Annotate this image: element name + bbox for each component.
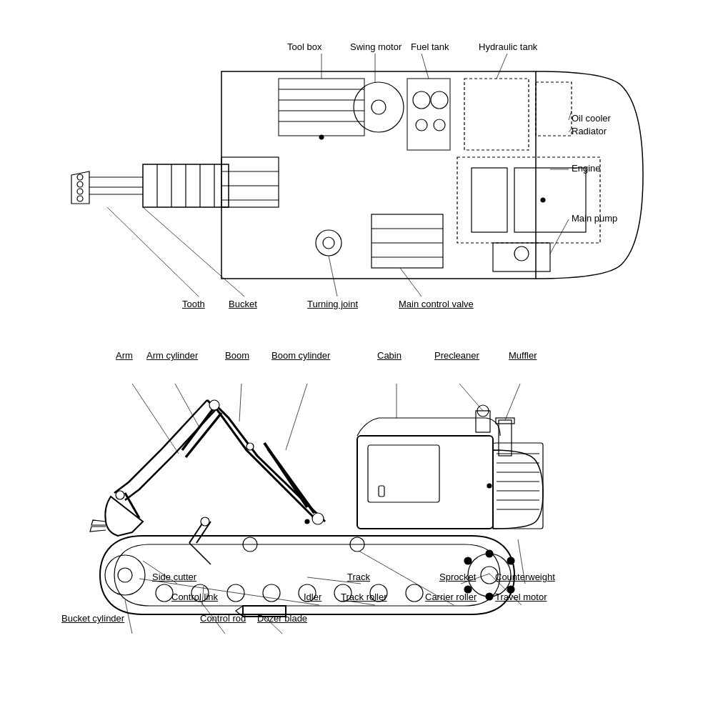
svg-point-9: [431, 91, 448, 109]
label-engine: Engine: [572, 163, 600, 174]
label-side-cutter: Side cutter: [152, 572, 196, 582]
svg-line-107: [239, 384, 241, 422]
label-tooth: Tooth: [182, 299, 205, 309]
svg-point-18: [514, 246, 529, 261]
label-main-pump: Main pump: [572, 213, 617, 224]
svg-point-63: [406, 584, 423, 602]
svg-point-64: [105, 555, 145, 595]
label-swing-motor: Swing motor: [350, 41, 402, 52]
svg-point-31: [77, 196, 83, 201]
svg-point-56: [156, 584, 173, 602]
svg-rect-0: [279, 79, 364, 136]
svg-line-98: [189, 543, 211, 564]
svg-point-71: [486, 593, 493, 600]
svg-rect-7: [407, 79, 450, 150]
label-sprocket: Sprocket: [439, 572, 476, 582]
label-fuel-tank: Fuel tank: [411, 41, 449, 52]
svg-rect-12: [464, 79, 529, 150]
label-boom: Boom: [225, 350, 249, 361]
svg-line-114: [125, 600, 132, 634]
svg-line-108: [286, 384, 307, 450]
svg-rect-15: [472, 168, 507, 232]
svg-rect-13: [536, 82, 572, 136]
svg-point-28: [77, 174, 83, 180]
svg-line-95: [125, 493, 139, 518]
svg-point-68: [486, 550, 493, 557]
label-control-link: Control link: [171, 592, 218, 602]
label-dozer-blade: Dozer blade: [257, 613, 307, 624]
svg-line-92: [268, 449, 314, 513]
svg-line-105: [132, 384, 179, 454]
label-precleaner: Precleaner: [434, 350, 479, 361]
svg-point-36: [316, 230, 341, 256]
label-arm: Arm: [116, 350, 133, 361]
label-track-roller: Track roller: [341, 592, 387, 602]
label-control-rod: Control rod: [200, 613, 246, 624]
svg-point-10: [416, 119, 427, 131]
svg-rect-78: [379, 486, 384, 497]
svg-point-100: [312, 513, 324, 524]
label-bucket-cylinder: Bucket cylinder: [61, 613, 124, 624]
label-oil-cooler: Oil cooler: [572, 113, 611, 124]
svg-point-30: [77, 189, 83, 194]
svg-point-11: [434, 119, 445, 131]
svg-point-65: [118, 568, 132, 582]
svg-point-8: [413, 91, 430, 109]
label-arm-cylinder: Arm cylinder: [146, 350, 198, 361]
svg-point-29: [77, 181, 83, 187]
svg-point-73: [464, 557, 472, 564]
svg-point-55: [541, 198, 545, 202]
label-tool-box: Tool box: [287, 41, 321, 52]
label-cabin: Cabin: [377, 350, 402, 361]
svg-line-44: [422, 54, 429, 79]
label-muffler: Muffler: [509, 350, 537, 361]
svg-point-69: [507, 557, 514, 564]
svg-line-53: [400, 268, 422, 296]
svg-line-45: [497, 54, 507, 79]
svg-line-52: [329, 256, 337, 296]
svg-point-104: [246, 443, 254, 450]
svg-rect-76: [357, 436, 493, 529]
diagram-container: Tool box Swing motor Fuel tank Hydraulic…: [0, 0, 728, 728]
svg-point-103: [201, 517, 209, 526]
label-turning-joint: Turning joint: [307, 299, 358, 309]
label-carrier-roller: Carrier roller: [425, 592, 477, 602]
svg-line-49: [550, 219, 569, 254]
svg-line-51: [143, 207, 244, 296]
svg-point-101: [209, 400, 219, 410]
label-bucket: Bucket: [229, 299, 257, 309]
svg-point-124: [305, 519, 309, 524]
label-travel-motor: Travel motor: [495, 592, 547, 602]
label-hydraulic-tank: Hydraulic tank: [479, 41, 537, 52]
svg-rect-17: [493, 243, 550, 271]
svg-line-96: [189, 522, 204, 543]
label-radiator: Radiator: [572, 126, 607, 136]
label-boom-cylinder: Boom cylinder: [271, 350, 330, 361]
svg-line-111: [505, 384, 520, 420]
svg-point-102: [116, 491, 124, 499]
svg-rect-38: [372, 214, 443, 268]
svg-point-6: [372, 100, 386, 114]
label-track: Track: [347, 572, 370, 582]
svg-line-110: [459, 384, 483, 411]
svg-point-5: [354, 82, 404, 132]
label-counterweight: Counterweight: [495, 572, 555, 582]
label-idler: Idler: [304, 592, 321, 602]
svg-line-50: [107, 207, 199, 296]
svg-point-54: [319, 135, 324, 139]
svg-point-125: [487, 484, 492, 488]
svg-point-37: [323, 237, 334, 249]
label-main-control-valve: Main control valve: [399, 299, 474, 309]
